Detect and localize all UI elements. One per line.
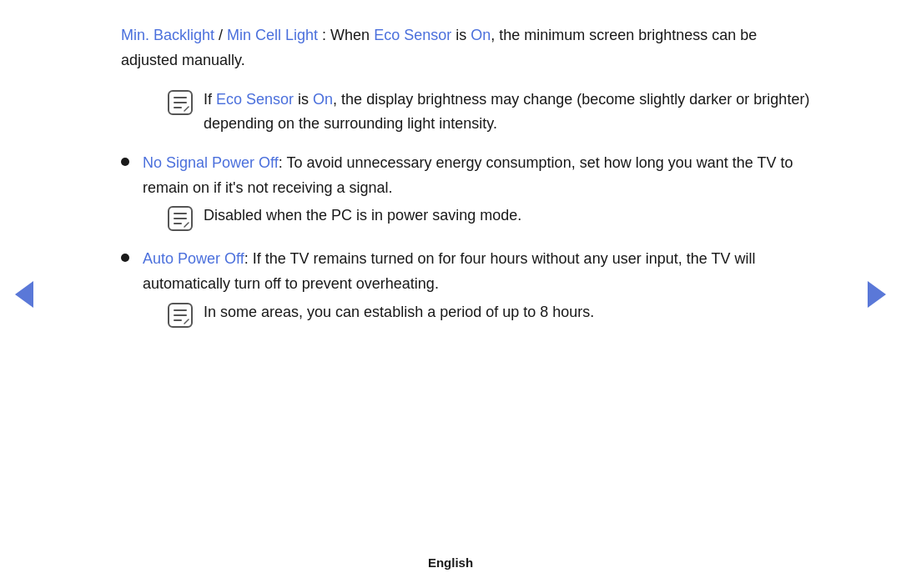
on-label-1: On [471,27,491,43]
first-paragraph: Min. Backlight / Min Cell Light : When E… [121,23,818,73]
footer-language: English [428,555,473,570]
note1-eco-sensor: Eco Sensor [216,91,294,108]
bullet-dot-2 [121,254,129,262]
text-is-1: is [451,27,471,43]
note-block-2: Disabled when the PC is in power saving … [167,204,818,232]
note1-on: On [313,91,333,108]
bullet-text-1: No Signal Power Off: To avoid unnecessar… [143,151,818,200]
note1-if: If [204,91,216,108]
main-content: Min. Backlight / Min Cell Light : When E… [0,0,901,394]
nav-arrow-left[interactable] [15,281,33,308]
svg-line-9 [184,223,189,227]
note-icon-3 [167,302,194,329]
text-after: : When [318,27,374,43]
bullet-section-1: No Signal Power Off: To avoid unnecessar… [121,151,818,232]
note-text-3: In some areas, you can establish a perio… [204,300,594,324]
note-block-1: If Eco Sensor is On, the display brightn… [167,88,818,136]
footer: English [0,555,901,570]
min-cell-light-label: Min Cell Light [227,27,318,43]
bullet-item-2: Auto Power Off: If the TV remains turned… [121,247,818,296]
svg-line-14 [184,319,189,324]
bullet-dot-1 [121,158,129,166]
bullet-section-2: Auto Power Off: If the TV remains turned… [121,247,818,328]
note-icon-2 [167,205,194,232]
bullet-item-1: No Signal Power Off: To avoid unnecessar… [121,151,818,200]
note-text-2: Disabled when the PC is in power saving … [204,204,521,228]
eco-sensor-label-1: Eco Sensor [374,27,451,43]
min-backlight-label: Min. Backlight [121,27,214,43]
note-block-3: In some areas, you can establish a perio… [167,300,818,329]
note1-is: is [294,91,313,108]
separator: / [214,27,227,43]
note-icon-1 [167,89,194,116]
note-text-1: If Eco Sensor is On, the display brightn… [204,88,818,136]
svg-line-4 [184,107,189,111]
no-signal-label: No Signal Power Off [143,154,279,171]
bullet-text-2: Auto Power Off: If the TV remains turned… [143,247,818,296]
nav-arrow-right[interactable] [868,281,886,308]
auto-power-off-label: Auto Power Off [143,250,244,267]
